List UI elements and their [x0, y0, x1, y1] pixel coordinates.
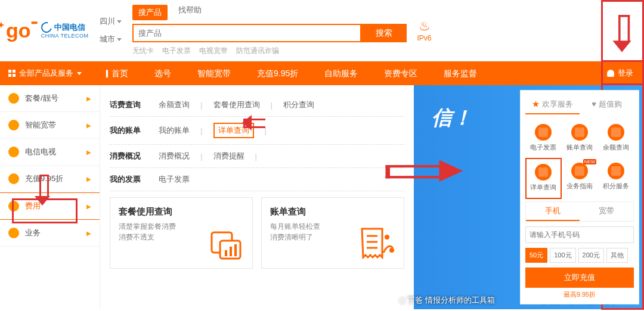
main-area: 套餐/靓号▶ 智能宽带▶ 电信电视▶ 充值9.95折▶ 费用▶ 业务▶ 话费查询… — [0, 85, 644, 309]
search-tab-products[interactable]: 搜产品 — [132, 5, 168, 20]
row-mybill: 我的账单 我的账单| 详单查询| — [110, 117, 404, 145]
new-badge: NEW — [583, 159, 597, 164]
amt-100[interactable]: 100元 — [550, 248, 575, 263]
svc-detail[interactable]: 详单查询 — [525, 158, 562, 199]
amt-200[interactable]: 200元 — [578, 248, 604, 263]
svg-rect-2 — [225, 250, 227, 256]
svc-points[interactable]: 积分服务 — [597, 158, 634, 199]
nav-number[interactable]: 选号 — [141, 61, 184, 85]
hint-link[interactable]: 防范通讯诈骗 — [236, 46, 279, 56]
service-icons: 电子发票 账单查询 余额查询 详单查询 NEW业务指南 积分服务 — [525, 119, 634, 199]
nav-supervision[interactable]: 服务监督 — [431, 61, 490, 85]
chevron-down-icon — [117, 20, 122, 23]
main-nav: 全部产品及服务 ▎首页 选号 智能宽带 充值9.95折 自助服务 资费专区 服务… — [0, 61, 644, 85]
region-selectors: 四川 城市 — [100, 16, 122, 45]
watermark-wechat: ◌ 丁爸 情报分析师的工具箱 — [399, 295, 495, 306]
sidebar-item-tv[interactable]: 电信电视▶ — [0, 139, 100, 166]
nav-tariff[interactable]: 资费专区 — [371, 61, 431, 85]
sidebar-item-biz[interactable]: 业务▶ — [0, 220, 100, 247]
report-icon — [208, 229, 244, 262]
china-telecom-brand: 中国电信 CHINA TELECOM — [41, 22, 89, 39]
amt-50[interactable]: 50元 — [525, 248, 547, 263]
sidebar-item-broadband[interactable]: 智能宽带▶ — [0, 112, 100, 139]
nav-broadband[interactable]: 智能宽带 — [184, 61, 244, 85]
logo[interactable]: go●●● 中国电信 CHINA TELECOM — [6, 19, 89, 42]
chevron-down-icon — [77, 72, 82, 75]
recharge-tabs: 手机 宽带 — [525, 201, 634, 222]
svc-bill[interactable]: 账单查询 — [562, 119, 598, 158]
right-tab-service[interactable]: ★ 欢享服务 — [525, 95, 580, 114]
link[interactable]: 套餐使用查询 — [213, 99, 260, 110]
svg-rect-4 — [234, 244, 237, 256]
search-hints: 无忧卡 电子发票 电视宽带 防范通讯诈骗 — [132, 46, 407, 56]
recharge-note: 最高9.95折 — [525, 290, 634, 299]
svc-balance[interactable]: 余额查询 — [597, 119, 634, 158]
svc-einvoice[interactable]: 电子发票 — [525, 119, 562, 158]
bill-icon — [571, 124, 588, 141]
detail-icon — [535, 164, 552, 181]
center-content: 话费查询 余额查询| 套餐使用查询| 积分查询 我的账单 我的账单| 详单查询|… — [100, 85, 414, 309]
recharge-tab-mobile[interactable]: 手机 — [526, 202, 580, 221]
sidebar-item-recharge[interactable]: 充值9.95折▶ — [0, 166, 100, 192]
phone-input[interactable] — [525, 226, 634, 243]
hero-and-right: 信！ 千兆玩法贴心 ★ 欢享服务 ♥ 超值购 电子发票 账单查询 余额查询 详单… — [414, 85, 644, 309]
left-sidebar: 套餐/靓号▶ 智能宽带▶ 电信电视▶ 充值9.95折▶ 费用▶ 业务▶ — [0, 85, 100, 309]
top-bar: go●●● 中国电信 CHINA TELECOM 四川 城市 搜产品 找帮助 搜… — [0, 0, 644, 61]
link[interactable]: 余额查询 — [159, 99, 190, 110]
search-tabs: 搜产品 找帮助 — [132, 5, 407, 20]
hero-text: 信！ — [432, 103, 472, 132]
link[interactable]: 消费提醒 — [213, 151, 244, 161]
card-plan-usage[interactable]: 套餐使用查询 清楚掌握套餐消费消费不透支 — [110, 197, 253, 269]
row-summary: 消费概况 消费概况| 消费提醒| — [110, 145, 404, 168]
chevron-down-icon — [117, 38, 122, 41]
search-tab-help[interactable]: 找帮助 — [178, 5, 202, 20]
province-select[interactable]: 四川 — [100, 16, 122, 27]
nav-selfservice[interactable]: 自助服务 — [311, 61, 371, 85]
hint-link[interactable]: 电视宽带 — [199, 46, 228, 56]
guide-icon — [571, 163, 588, 179]
sidebar-item-plan[interactable]: 套餐/靓号▶ — [0, 85, 100, 112]
nav-home[interactable]: ▎首页 — [90, 61, 141, 85]
points-icon — [608, 163, 624, 179]
amount-options: 50元 100元 200元 其他 — [525, 248, 634, 263]
hint-link[interactable]: 电子发票 — [162, 46, 191, 56]
recharge-tab-broadband[interactable]: 宽带 — [580, 202, 633, 221]
link[interactable]: 电子发票 — [159, 174, 190, 185]
link-detail-query[interactable]: 详单查询 — [213, 123, 254, 138]
recharge-button[interactable]: 立即充值 — [525, 268, 634, 288]
ipv6-badge: ♨ IPv6 — [417, 18, 432, 42]
link[interactable]: 积分查询 — [283, 99, 314, 110]
hint-link[interactable]: 无忧卡 — [132, 46, 154, 56]
svc-guide[interactable]: NEW业务指南 — [562, 158, 598, 199]
row-invoice: 我的发票 电子发票 — [110, 168, 404, 191]
nav-all-products[interactable]: 全部产品及服务 — [0, 68, 90, 79]
bullet-icon — [8, 147, 19, 157]
search-area: 搜产品 找帮助 搜索 无忧卡 电子发票 电视宽带 防范通讯诈骗 — [132, 5, 407, 56]
bullet-icon — [8, 228, 19, 238]
svg-point-8 — [385, 235, 389, 240]
bill-icon — [357, 226, 395, 262]
right-tab-deals[interactable]: ♥ 超值购 — [580, 95, 634, 114]
bullet-icon — [8, 93, 19, 104]
card-bill-query[interactable]: 账单查询 每月账单轻松查消费清晰明了 — [261, 197, 404, 269]
svg-point-9 — [389, 248, 394, 253]
bullet-icon — [8, 173, 19, 184]
flame-icon: ♨ — [417, 18, 432, 34]
right-panel: ★ 欢享服务 ♥ 超值购 电子发票 账单查询 余额查询 详单查询 NEW业务指南… — [520, 90, 639, 304]
svg-rect-3 — [230, 247, 232, 256]
logo-go: go●●● — [6, 19, 36, 42]
annotation-rect — [12, 198, 78, 223]
row-feequery: 话费查询 余额查询| 套餐使用查询| 积分查询 — [110, 94, 404, 117]
link[interactable]: 消费概况 — [159, 151, 190, 161]
search-input[interactable] — [132, 24, 361, 42]
city-select[interactable]: 城市 — [100, 34, 122, 45]
phone-icon — [608, 124, 624, 141]
nav-recharge[interactable]: 充值9.95折 — [244, 61, 311, 85]
search-button[interactable]: 搜索 — [361, 24, 407, 42]
link[interactable]: 我的账单 — [159, 125, 190, 136]
right-tabs: ★ 欢享服务 ♥ 超值购 — [525, 95, 634, 114]
printer-icon — [535, 124, 552, 141]
amt-other[interactable]: 其他 — [606, 248, 628, 263]
bullet-icon — [8, 120, 19, 130]
